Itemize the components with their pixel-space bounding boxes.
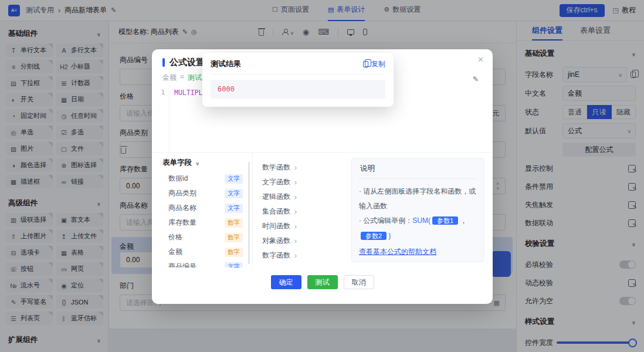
form-fields-list: 数据id 文字 商品类别 文字 商品名称 文字 库存数量 数字 价格 数字 金额… (162, 171, 252, 268)
chevron-right-icon (294, 237, 297, 245)
confirm-button[interactable]: 确定 (271, 275, 301, 289)
form-fields-header[interactable]: 表单字段 (162, 158, 252, 168)
function-category-label: 对象函数 (262, 236, 290, 246)
formula-field-item[interactable]: 数据id 文字 (162, 171, 252, 186)
title-accent-bar (162, 58, 165, 67)
copy-label: 复制 (371, 59, 385, 69)
modal-footer: 确定 测试 取消 (152, 268, 493, 289)
formula-field-item[interactable]: 价格 数字 (162, 230, 252, 245)
test-result-value: 6000 (211, 80, 385, 99)
function-category-label: 集合函数 (262, 207, 290, 216)
help-panel: 说明 请从左侧面板选择字段名和函数，或输入函数 公式编辑举例：SUM(参数1，参… (351, 158, 484, 262)
close-icon[interactable]: × (478, 55, 483, 65)
field-type-badge: 文字 (225, 189, 243, 198)
function-category-item[interactable]: 数学函数 (262, 160, 345, 175)
param2-pill[interactable]: 参数2 (361, 232, 387, 240)
chevron-right-icon (294, 193, 297, 201)
chevron-right-icon (294, 164, 297, 172)
close-paren: ) (388, 232, 391, 240)
function-category-item[interactable]: 数字函数 (262, 248, 345, 263)
formula-field-name: 金额 (168, 247, 182, 257)
modal-title: 公式设置 (170, 57, 205, 68)
chevron-down-icon (195, 159, 199, 167)
cancel-button[interactable]: 取消 (344, 275, 374, 289)
function-category-label: 文字函数 (262, 177, 290, 187)
formula-field-item[interactable]: 商品名称 文字 (162, 201, 252, 215)
field-type-badge: 文字 (225, 262, 243, 268)
help-line-1: 请从左侧面板选择字段名和函数，或输入函数 (359, 184, 477, 214)
function-category-item[interactable]: 对象函数 (262, 233, 345, 248)
popup-header: 测试结果 复制 (211, 59, 385, 75)
sum-token: SUM( (412, 216, 431, 225)
function-category-item[interactable]: 逻辑函数 (262, 189, 345, 204)
formula-field-name: 商品类别 (168, 188, 196, 198)
formula-field-name: 商品编号 (168, 262, 196, 268)
popup-title: 测试结果 (211, 59, 241, 69)
help-line-2: 公式编辑举例：SUM(参数1，参数2) (359, 214, 477, 243)
edit-formula-icon[interactable]: ✎ (473, 75, 479, 83)
function-category-item[interactable]: 集合函数 (262, 204, 345, 219)
comma: ， (460, 216, 467, 225)
function-category-label: 数字函数 (262, 251, 290, 260)
equals-sign: = (180, 73, 184, 83)
formula-field-name: 商品名称 (168, 203, 196, 213)
form-fields-title: 表单字段 (162, 158, 192, 168)
form-fields-column: 表单字段 数据id 文字 商品类别 文字 商品名称 文字 库存数量 数字 价格 … (152, 153, 253, 268)
field-type-badge: 数字 (225, 248, 243, 257)
help-title: 说明 (359, 158, 477, 179)
chevron-right-icon (294, 222, 297, 231)
function-category-label: 逻辑函数 (262, 192, 290, 202)
function-category-item[interactable]: 时间函数 (262, 219, 345, 233)
chevron-right-icon (294, 252, 297, 260)
copy-result-button[interactable]: 复制 (363, 59, 385, 69)
param1-pill[interactable]: 参数1 (432, 216, 458, 225)
formula-field-item[interactable]: 商品类别 文字 (162, 186, 252, 201)
function-category-item[interactable]: 文字函数 (262, 175, 345, 189)
formula-field-item[interactable]: 商品编号 文字 (162, 259, 252, 268)
test-result-popup: 测试结果 复制 6000 (202, 53, 394, 107)
formula-field-item[interactable]: 金额 数字 (162, 245, 252, 259)
help-doc-link[interactable]: 查看基本公式的帮助文档 (359, 245, 436, 259)
formula-field-name: 价格 (168, 232, 182, 242)
chevron-right-icon (294, 178, 297, 187)
test-button[interactable]: 测试 (307, 275, 338, 289)
copy-icon (363, 61, 368, 67)
function-category-label: 时间函数 (262, 221, 290, 231)
functions-column: 数学函数 文字函数 逻辑函数 集合函数 时间函数 对象函数 数字函数 (253, 153, 345, 268)
modal-body: 表单字段 数据id 文字 商品类别 文字 商品名称 文字 库存数量 数字 价格 … (152, 153, 493, 268)
line-number: 1 (152, 84, 170, 152)
field-type-badge: 文字 (225, 204, 243, 213)
field-type-badge: 数字 (225, 218, 243, 228)
example-label: 公式编辑举例： (363, 216, 412, 225)
field-type-badge: 文字 (225, 174, 243, 184)
chevron-right-icon (294, 208, 297, 216)
target-field-name: 金额 (162, 73, 177, 83)
function-category-label: 数学函数 (262, 163, 290, 172)
field-type-badge: 数字 (225, 233, 243, 242)
formula-field-name: 库存数量 (168, 218, 196, 228)
app-window: A≡ 测试专用 › 商品新增表单 ✎ ☐ 页面设置 ▤ 表单设计 ⚙ 数据设置 … (0, 0, 644, 352)
formula-field-name: 数据id (168, 174, 188, 184)
formula-field-item[interactable]: 库存数量 数字 (162, 215, 252, 230)
